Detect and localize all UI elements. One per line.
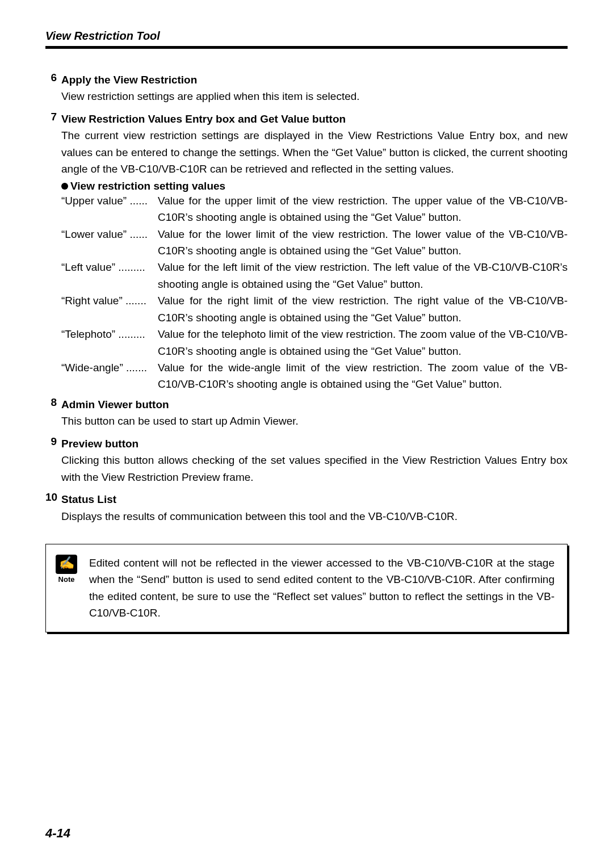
header-divider <box>45 46 568 49</box>
item-title: Apply the View Restriction <box>61 74 197 86</box>
item-list: 6Apply the View RestrictionView restrict… <box>45 72 568 530</box>
item-text: The current view restriction settings ar… <box>61 127 568 177</box>
definition-term: “Right value” ....... <box>61 292 158 326</box>
item-number: 9 <box>45 435 61 485</box>
definition-row: “Wide-angle” .......Value for the wide-a… <box>61 359 568 393</box>
definition-desc: Value for the right limit of the view re… <box>158 292 568 326</box>
definition-row: “Telephoto” .........Value for the telep… <box>61 326 568 359</box>
item-body: Apply the View RestrictionView restricti… <box>61 72 568 105</box>
definition-desc: Value for the upper limit of the view re… <box>158 192 568 226</box>
definition-desc: Value for the telephoto limit of the vie… <box>158 326 568 359</box>
list-item: 10Status ListDisplays the results of com… <box>45 491 568 525</box>
item-number: 6 <box>45 72 61 105</box>
item-number: 7 <box>45 111 61 178</box>
note-box: Note Edited content will not be reflecte… <box>45 544 568 632</box>
definition-desc: Value for the left limit of the view res… <box>158 259 568 292</box>
list-item: 6Apply the View RestrictionView restrict… <box>45 72 568 105</box>
page-header-title: View Restriction Tool <box>45 30 568 43</box>
item-title: Preview button <box>61 438 138 450</box>
list-item: 7View Restriction Values Entry box and G… <box>45 111 568 178</box>
definition-list: “Upper value” ......Value for the upper … <box>61 192 568 393</box>
list-item: 8Admin Viewer buttonThis button can be u… <box>45 396 568 430</box>
item-title: Admin Viewer button <box>61 399 169 410</box>
item-body: Status ListDisplays the results of commu… <box>61 491 568 525</box>
item-title: View Restriction Values Entry box and Ge… <box>61 113 346 125</box>
item-number: 10 <box>45 491 61 525</box>
page-number: 4-14 <box>45 826 70 841</box>
definition-term: “Upper value” ...... <box>61 192 158 226</box>
bullet-heading-text: View restriction setting values <box>70 180 225 192</box>
item-text: This button can be used to start up Admi… <box>61 413 568 429</box>
item-body: View Restriction Values Entry box and Ge… <box>61 111 568 178</box>
definition-term: “Lower value” ...... <box>61 226 158 259</box>
definition-desc: Value for the lower limit of the view re… <box>158 226 568 259</box>
item-text: View restriction settings are applied wh… <box>61 88 568 104</box>
item-text: Displays the results of communication be… <box>61 508 568 525</box>
definition-term: “Telephoto” ......... <box>61 326 158 359</box>
note-icon <box>56 555 77 574</box>
definition-term: “Left value” ......... <box>61 259 158 292</box>
definition-row: “Right value” .......Value for the right… <box>61 292 568 326</box>
bullet-heading: View restriction setting values <box>61 180 568 192</box>
note-label: Note <box>58 575 75 584</box>
bullet-dot-icon <box>61 183 68 190</box>
item-body: Preview buttonClicking this button allow… <box>61 435 568 485</box>
definition-desc: Value for the wide-angle limit of the vi… <box>158 359 568 393</box>
definition-row: “Left value” .........Value for the left… <box>61 259 568 292</box>
list-item: 9Preview buttonClicking this button allo… <box>45 435 568 485</box>
definition-row: “Upper value” ......Value for the upper … <box>61 192 568 226</box>
note-icon-wrap: Note <box>54 555 79 622</box>
item-body: Admin Viewer buttonThis button can be us… <box>61 396 568 430</box>
item-text: Clicking this button allows checking of … <box>61 452 568 485</box>
definition-row: “Lower value” ......Value for the lower … <box>61 226 568 259</box>
item-title: Status List <box>61 493 116 505</box>
note-text: Edited content will not be reflected in … <box>89 555 555 622</box>
definition-term: “Wide-angle” ....... <box>61 359 158 393</box>
item-number: 8 <box>45 396 61 430</box>
